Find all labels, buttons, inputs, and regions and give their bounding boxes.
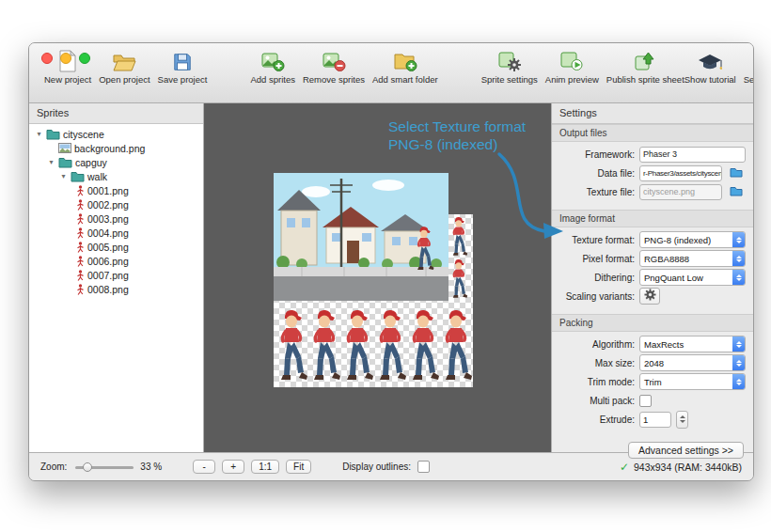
advanced-settings-button[interactable]: Advanced settings >> <box>628 442 744 459</box>
browse-data-file-button[interactable] <box>727 165 746 180</box>
algorithm-dropdown[interactable]: MaxRects <box>639 336 746 352</box>
disclosure-triangle-icon[interactable] <box>35 127 43 141</box>
max-size-row: Max size: 2048 <box>559 353 746 372</box>
scaling-variants-button[interactable] <box>639 288 660 305</box>
tree-item-frame[interactable]: 0004.png <box>29 226 203 240</box>
tree-item-frame[interactable]: 0005.png <box>29 240 203 254</box>
scaling-variants-label: Scaling variants: <box>559 291 635 302</box>
dithering-value: PngQuant Low <box>640 273 703 283</box>
minimize-window-button[interactable] <box>60 53 71 64</box>
framework-row: Framework: Phaser 3 <box>559 145 746 164</box>
tree-item-frame[interactable]: 0001.png <box>29 183 203 197</box>
dropdown-chevrons-icon <box>732 374 745 389</box>
sprite-figure-icon <box>76 227 85 239</box>
send-feedback-label: Send feedback <box>744 74 754 85</box>
toolbar-group-settings: Sprite settings Anim preview Publish spr… <box>481 49 684 85</box>
texture-format-dropdown[interactable]: PNG-8 (indexed) <box>639 231 746 248</box>
zoom-out-button[interactable]: - <box>193 460 215 474</box>
zoom-fit-button[interactable]: Fit <box>286 460 311 474</box>
open-project-button[interactable]: Open project <box>99 49 149 85</box>
send-feedback-button[interactable]: Send feedback <box>744 49 754 85</box>
dithering-dropdown[interactable]: PngQuant Low <box>639 269 746 286</box>
tree-item-frame[interactable]: 0003.png <box>29 211 203 226</box>
cityscene-background <box>274 173 448 301</box>
sprite-figure-icon <box>76 270 85 281</box>
main-area: Sprites cityscene background.png capguy <box>29 103 753 452</box>
trim-mode-dropdown[interactable]: Trim <box>639 373 746 390</box>
algorithm-value: MaxRects <box>640 339 684 350</box>
texture-format-label: Texture format: <box>559 235 635 245</box>
data-file-field[interactable]: r-Phaser3/assets/cityscene.json <box>639 165 722 181</box>
tree-item-frame[interactable]: 0006.png <box>29 254 203 268</box>
framework-field[interactable]: Phaser 3 <box>639 147 746 163</box>
tree-item-cityscene[interactable]: cityscene <box>29 127 203 141</box>
zoom-slider-thumb[interactable] <box>83 462 92 472</box>
sprite-figure-icon <box>76 199 85 211</box>
extrude-field[interactable]: 1 <box>639 412 671 428</box>
disclosure-triangle-icon[interactable] <box>47 155 55 169</box>
folder-icon <box>58 157 72 168</box>
sprite-settings-button[interactable]: Sprite settings <box>481 49 538 85</box>
publish-sprite-sheet-button[interactable]: Publish sprite sheet <box>606 49 684 85</box>
add-smart-folder-button[interactable]: Add smart folder <box>372 49 438 85</box>
anim-preview-button[interactable]: Anim preview <box>545 49 599 85</box>
dithering-label: Dithering: <box>559 273 635 283</box>
folder-icon <box>71 171 85 182</box>
zoom-one-to-one-button[interactable]: 1:1 <box>251 460 279 474</box>
image-format-section-header: Image format <box>552 210 753 227</box>
save-project-button[interactable]: Save project <box>158 49 208 85</box>
image-format-rows: Texture format: PNG-8 (indexed) Pixel fo… <box>552 227 753 305</box>
trim-mode-value: Trim <box>640 377 662 387</box>
pixel-format-dropdown[interactable]: RGBA8888 <box>639 250 746 267</box>
browse-texture-file-button[interactable] <box>727 184 746 199</box>
show-tutorial-label: Show tutorial <box>684 74 736 85</box>
toolbar-group-help: Show tutorial Send feedback <box>684 49 754 85</box>
tree-item-label: 0001.png <box>87 185 129 196</box>
gear-icon <box>644 289 656 304</box>
tree-item-walk[interactable]: walk <box>29 169 203 183</box>
smart-folder-icon <box>393 49 417 72</box>
settings-panel: Settings Output files Framework: Phaser … <box>551 103 753 452</box>
tree-item-frame[interactable]: 0002.png <box>29 197 203 211</box>
zoom-slider[interactable] <box>75 462 134 473</box>
show-tutorial-button[interactable]: Show tutorial <box>684 49 736 85</box>
display-outlines-checkbox[interactable] <box>417 461 430 473</box>
sprites-panel: Sprites cityscene background.png capguy <box>29 103 204 452</box>
sprite-figure-icon <box>76 242 85 253</box>
max-size-label: Max size: <box>559 358 635 368</box>
tree-item-frame[interactable]: 0007.png <box>29 268 203 282</box>
close-window-button[interactable] <box>41 53 53 64</box>
tree-item-label: 0004.png <box>87 227 129 239</box>
extrude-label: Extrude: <box>559 415 635 425</box>
tree-item-label: 0002.png <box>87 199 129 211</box>
texture-format-value: PNG-8 (indexed) <box>640 235 711 245</box>
sheet-size-status: 943x934 (RAM: 3440kB) <box>620 461 742 474</box>
data-file-label: Data file: <box>559 168 635 179</box>
disclosure-triangle-icon[interactable] <box>59 169 68 183</box>
tree-item-capguy[interactable]: capguy <box>29 155 203 169</box>
sheet-canvas[interactable] <box>204 103 551 452</box>
algorithm-label: Algorithm: <box>559 339 635 350</box>
tree-item-frame[interactable]: 0008.png <box>29 282 203 296</box>
output-files-rows: Framework: Phaser 3 Data file: r-Phaser3… <box>552 142 753 201</box>
success-check-icon <box>620 461 629 474</box>
titlebar: New project Open project Save project <box>29 43 753 103</box>
tree-item-background[interactable]: background.png <box>29 141 203 155</box>
zoom-window-button[interactable] <box>79 53 90 64</box>
add-sprites-button[interactable]: Add sprites <box>250 49 295 85</box>
texture-file-field[interactable]: cityscene.png <box>639 184 722 200</box>
extrude-stepper[interactable] <box>676 411 688 429</box>
save-project-label: Save project <box>158 74 208 85</box>
anim-preview-icon <box>559 49 584 72</box>
remove-sprites-button[interactable]: Remove sprites <box>303 49 365 85</box>
tree-item-label: cityscene <box>63 129 104 140</box>
max-size-dropdown[interactable]: 2048 <box>639 354 746 371</box>
remove-sprites-label: Remove sprites <box>303 74 365 85</box>
add-smart-folder-label: Add smart folder <box>372 74 438 85</box>
tree-item-label: 0006.png <box>87 256 129 267</box>
pixel-format-value: RGBA8888 <box>640 254 689 264</box>
tree-item-label: capguy <box>75 157 107 168</box>
multi-pack-checkbox[interactable] <box>639 395 652 407</box>
zoom-in-button[interactable]: + <box>222 460 244 474</box>
toolbar-group-sprites: Add sprites Remove sprites Add smart fol… <box>250 49 437 85</box>
